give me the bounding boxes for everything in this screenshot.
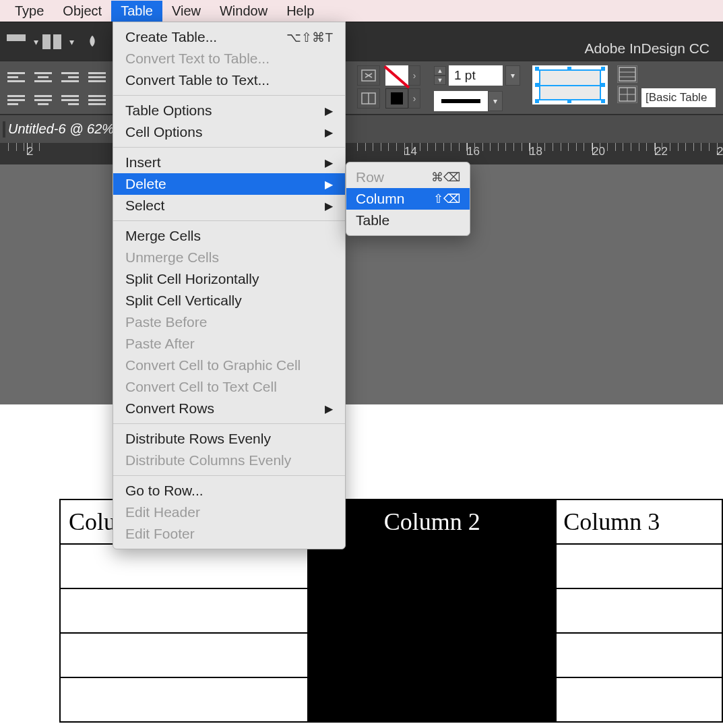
- menu-paste-before: Paste Before: [113, 311, 345, 333]
- submenu-delete-row: Row ⌘⌫: [346, 166, 470, 188]
- submenu-delete-table[interactable]: Table: [346, 210, 470, 231]
- stroke-type-dropdown[interactable]: ▾: [488, 91, 503, 111]
- col2-header: Column 2: [384, 508, 480, 535]
- menu-separator: [113, 220, 345, 221]
- stroke-weight-up[interactable]: ▲: [434, 66, 446, 75]
- gpu-preview-icon[interactable]: [85, 34, 100, 49]
- table-menu-dropdown: Create Table... ⌥⇧⌘T Convert Text to Tab…: [113, 22, 346, 549]
- table-cell[interactable]: [556, 588, 722, 633]
- table-control-panel: › › ▲ ▼ 1 pt ▾ ▾: [0, 61, 723, 115]
- menu-object[interactable]: Object: [53, 1, 111, 22]
- align-right-button[interactable]: [57, 66, 83, 88]
- table-cell[interactable]: [556, 544, 722, 588]
- window-split-icon[interactable]: [42, 34, 61, 49]
- table-row: [60, 544, 722, 588]
- menu-separator: [113, 423, 345, 424]
- menu-create-table[interactable]: Create Table... ⌥⇧⌘T: [113, 26, 345, 48]
- menu-cell-options[interactable]: Cell Options▶: [113, 121, 345, 143]
- window-arrangement-icon[interactable]: [7, 34, 26, 49]
- cell-style-icon[interactable]: [617, 86, 637, 103]
- table-cell[interactable]: [556, 633, 722, 677]
- menu-delete[interactable]: Delete▶: [113, 173, 345, 195]
- table-cell-selected[interactable]: [308, 544, 556, 588]
- table-cell[interactable]: [556, 677, 722, 722]
- table-row: [60, 588, 722, 633]
- menu-view[interactable]: View: [162, 1, 210, 22]
- menu-separator: [113, 95, 345, 96]
- table-cell-selected[interactable]: [308, 677, 556, 722]
- stroke-weight-dropdown[interactable]: ▾: [505, 65, 520, 86]
- menu-edit-header: Edit Header: [113, 502, 345, 523]
- unmerge-cells-button[interactable]: [357, 88, 380, 109]
- menu-distribute-columns: Distribute Columns Evenly: [113, 450, 345, 471]
- cell-stroke-proxy[interactable]: [532, 65, 608, 104]
- stroke-weight-down[interactable]: ▼: [434, 75, 446, 85]
- submenu-arrow-icon: ▶: [325, 104, 333, 117]
- menu-paste-after: Paste After: [113, 333, 345, 355]
- menu-merge-cells[interactable]: Merge Cells: [113, 225, 345, 247]
- chevron-down-icon[interactable]: ▾: [65, 36, 78, 47]
- menu-select[interactable]: Select▶: [113, 195, 345, 216]
- table-cell[interactable]: [60, 677, 308, 722]
- menu-split-vertically[interactable]: Split Cell Vertically: [113, 290, 345, 311]
- justify-last-center-button[interactable]: [30, 89, 56, 111]
- col3-header: Column 3: [563, 508, 660, 535]
- table-cell-selected[interactable]: [308, 588, 556, 633]
- menu-convert-text-to-table: Convert Text to Table...: [113, 48, 345, 69]
- submenu-delete-column[interactable]: Column ⇧⌫: [346, 188, 470, 210]
- menu-table-options[interactable]: Table Options▶: [113, 100, 345, 121]
- menu-convert-rows[interactable]: Convert Rows▶: [113, 398, 345, 419]
- delete-submenu: Row ⌘⌫ Column ⇧⌫ Table: [346, 162, 470, 236]
- shortcut-label: ⇧⌫: [433, 191, 460, 206]
- menu-distribute-rows[interactable]: Distribute Rows Evenly: [113, 428, 345, 450]
- stroke-weight-field[interactable]: 1 pt: [449, 65, 503, 86]
- app-brand-label: Adobe InDesign CC: [584, 40, 710, 57]
- table-cell[interactable]: [60, 588, 308, 633]
- shortcut-label: ⌘⌫: [431, 170, 460, 185]
- justify-last-left-button[interactable]: [3, 89, 29, 111]
- stroke-swatch[interactable]: [385, 65, 408, 86]
- menubar: Type Object Table View Window Help: [0, 0, 723, 22]
- submenu-arrow-icon: ▶: [325, 402, 333, 415]
- menu-convert-table-to-text[interactable]: Convert Table to Text...: [113, 69, 345, 91]
- fill-swatch[interactable]: [385, 88, 408, 109]
- menu-split-horizontally[interactable]: Split Cell Horizontally: [113, 268, 345, 290]
- table-row: [60, 677, 722, 722]
- stroke-swatch-dropdown[interactable]: ›: [408, 65, 420, 86]
- justify-full-button[interactable]: [84, 89, 110, 111]
- table-style-icon[interactable]: [617, 65, 637, 83]
- menu-convert-to-graphic-cell: Convert Cell to Graphic Cell: [113, 355, 345, 376]
- menu-go-to-row[interactable]: Go to Row...: [113, 480, 345, 502]
- menu-window[interactable]: Window: [210, 1, 277, 22]
- svg-rect-5: [619, 67, 635, 81]
- chevron-down-icon[interactable]: ▾: [30, 36, 42, 47]
- align-center-button[interactable]: [30, 66, 56, 88]
- table-cell[interactable]: [60, 544, 308, 588]
- align-justify-button[interactable]: [84, 66, 110, 88]
- menu-separator: [113, 475, 345, 476]
- submenu-arrow-icon: ▶: [325, 200, 333, 212]
- menu-separator: [113, 147, 345, 148]
- menu-insert[interactable]: Insert▶: [113, 152, 345, 173]
- table-cell[interactable]: Column 3: [556, 499, 722, 544]
- menu-convert-to-text-cell: Convert Cell to Text Cell: [113, 376, 345, 398]
- table-cell-selected[interactable]: [308, 633, 556, 677]
- submenu-arrow-icon: ▶: [325, 156, 333, 169]
- justify-last-right-button[interactable]: [57, 89, 83, 111]
- menu-table[interactable]: Table: [111, 1, 162, 22]
- align-left-button[interactable]: [3, 66, 29, 88]
- merge-cells-button[interactable]: [357, 65, 380, 86]
- menu-edit-footer: Edit Footer: [113, 523, 345, 545]
- menu-type[interactable]: Type: [5, 1, 53, 22]
- table-style-field[interactable]: [Basic Table: [641, 88, 716, 107]
- table-row: [60, 633, 722, 677]
- document-tab-strip: Untitled-6 @ 62% [GP: [0, 115, 723, 143]
- menu-help[interactable]: Help: [277, 1, 323, 22]
- stroke-type-field[interactable]: [434, 91, 488, 111]
- submenu-arrow-icon: ▶: [325, 178, 333, 191]
- fill-swatch-dropdown[interactable]: ›: [408, 88, 420, 109]
- menu-unmerge-cells: Unmerge Cells: [113, 247, 345, 268]
- submenu-arrow-icon: ▶: [325, 126, 333, 139]
- table-cell[interactable]: [60, 633, 308, 677]
- shortcut-label: ⌥⇧⌘T: [286, 30, 333, 45]
